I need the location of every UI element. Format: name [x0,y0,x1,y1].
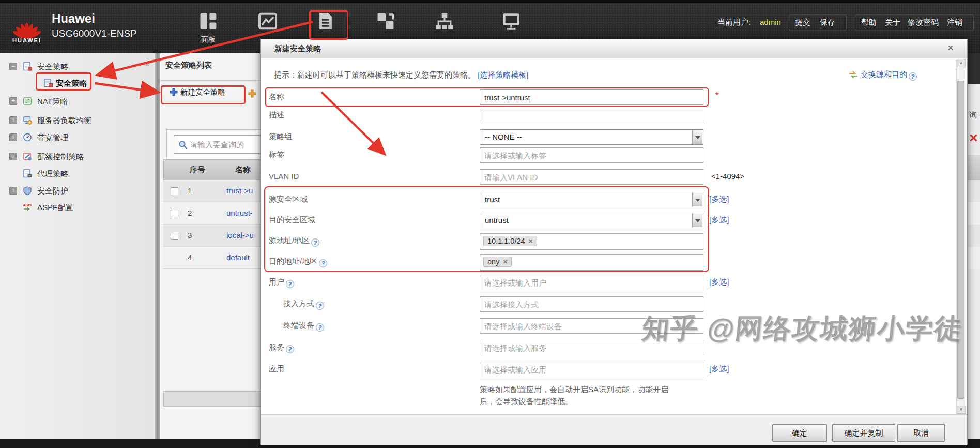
help-icon[interactable]: ? [311,238,319,247]
menu-item-2[interactable]: 帮助 [861,18,877,27]
choose-policy-template-link[interactable]: [选择策略模板] [478,70,528,79]
ok-button[interactable]: 确定 [772,424,827,442]
field-label-text: 策略组 [269,132,292,141]
new-security-policy-label: 新建安全策略 [180,88,225,96]
policy-name-link[interactable]: trust->u [226,186,253,195]
field-input-0[interactable] [480,89,703,105]
multi-select-link[interactable]: [多选] [709,215,729,225]
field-input-4[interactable] [480,169,703,185]
field-label-text: 接入方式 [283,299,314,308]
sidebar-item-5[interactable]: +配额控制策略 [0,150,155,163]
help-icon[interactable]: ? [286,345,294,353]
chevron-down-icon[interactable] [692,193,702,206]
help-icon[interactable]: ? [286,280,294,288]
chevron-down-icon[interactable] [692,130,702,144]
collapse-minus-icon[interactable]: − [9,63,17,70]
form-row-10: 接入方式? [261,296,953,312]
multi-select-link[interactable]: [多选] [709,277,729,287]
field-label-text: 源地址/地区 [269,236,310,245]
multi-select-link[interactable]: [多选] [709,195,729,204]
field-select-2[interactable]: -- NONE -- [480,129,703,145]
policy-document-icon[interactable] [316,11,336,32]
sidebar-item-6[interactable]: 代理策略 [0,167,155,181]
field-input-1[interactable] [480,108,703,123]
dashboard-icon[interactable] [198,11,219,32]
network-icon[interactable] [435,11,455,32]
sidebar-item-4[interactable]: +带宽管理 [0,131,155,144]
row-checkbox[interactable] [171,210,178,217]
ok-and-copy-button[interactable]: 确定并复制 [832,424,895,442]
field-tagbox-7[interactable]: 10.1.1.0/24× [480,233,703,250]
field-input-10[interactable] [480,296,703,312]
form-row-9: 用户?[多选] [261,274,953,291]
field-control [480,296,703,312]
field-tagbox-8[interactable]: any× [480,254,703,271]
menu-item-5[interactable]: 注销 [947,18,962,27]
system-icon[interactable] [501,11,522,32]
field-input-13[interactable] [480,362,703,377]
field-control [480,108,703,123]
monitor-chart-icon[interactable] [258,11,279,32]
row-seq: 2 [188,208,192,217]
sidebar-item-child-1[interactable]: 安全策略 [0,77,155,90]
policy-name-link[interactable]: default [226,253,250,262]
menu-item-4[interactable]: 修改密码 [908,18,939,27]
remove-tag-icon[interactable]: × [529,237,533,245]
help-icon[interactable]: ? [316,323,324,332]
cancel-button[interactable]: 取消 [897,424,945,442]
scroll-down-icon[interactable]: ▼ [957,406,966,414]
sidebar-item-2[interactable]: +NAT策略 [0,95,155,108]
field-label-text: 标签 [269,150,284,159]
expand-plus-icon[interactable]: + [9,97,17,105]
field-label-text: 应用 [269,364,284,373]
help-icon[interactable]: ? [316,302,324,310]
scroll-up-icon[interactable]: ▲ [957,59,966,67]
swap-source-destination[interactable]: 交换源和目的? [849,70,917,81]
expand-plus-icon[interactable]: + [9,153,17,160]
field-select-6[interactable]: untrust [480,213,703,228]
shield-icon [23,186,32,195]
row-checkbox[interactable] [171,232,178,240]
sidebar-item-3[interactable]: +服务器负载均衡 [0,114,155,127]
required-asterisk: * [715,91,718,100]
help-icon[interactable]: ? [319,259,327,267]
copy-policy-icon[interactable] [248,89,256,98]
field-input-9[interactable] [480,275,703,290]
row-checkbox[interactable] [171,187,178,195]
field-control: -- NONE -- [480,129,703,145]
dialog-scrollbar[interactable]: ▲ ▼ [956,59,965,414]
field-control: trust [480,192,703,207]
policy-name-link[interactable]: untrust- [226,208,253,217]
remove-tag-icon[interactable]: × [503,258,507,266]
expand-plus-icon[interactable]: + [9,133,17,141]
search-input[interactable] [190,136,260,153]
menu-item-3[interactable]: 关于 [885,18,900,27]
close-icon[interactable]: × [947,42,954,53]
objects-icon[interactable] [376,11,396,32]
chevron-down-icon[interactable] [692,214,702,227]
help-icon[interactable]: ? [909,72,917,81]
background-row-fragment [968,247,980,269]
sidebar-item-7[interactable]: +安全防护 [0,184,155,198]
expand-plus-icon[interactable]: + [9,187,17,195]
sidebar-item-0[interactable]: −安全策略 [0,60,155,73]
scrollbar-thumb[interactable] [957,81,964,399]
policy-name-link[interactable]: local->u [226,231,254,240]
field-input-12[interactable] [480,340,703,355]
field-input-11[interactable] [480,318,703,334]
field-label-text: 描述 [269,110,284,119]
menu-item-1[interactable]: 保存 [820,18,835,27]
divider [160,80,260,81]
delete-x-icon [970,134,977,142]
hint-text: 提示：新建时可以基于策略模板来快速定义您需要的策略。 [274,70,476,79]
pagination-bar [163,391,260,407]
form-row-4: VLAN ID<1-4094> [261,169,953,185]
field-input-3[interactable] [480,147,703,163]
field-select-5[interactable]: trust [480,192,703,207]
sidebar-item-8[interactable]: ASPFASPF配置 [0,201,155,214]
new-security-policy-button[interactable]: 新建安全策略 [170,87,225,102]
expand-plus-icon[interactable]: + [9,116,17,124]
menu-item-0[interactable]: 提交 [795,18,810,27]
multi-select-link[interactable]: [多选] [709,364,729,374]
field-label-text: VLAN ID [269,172,299,181]
